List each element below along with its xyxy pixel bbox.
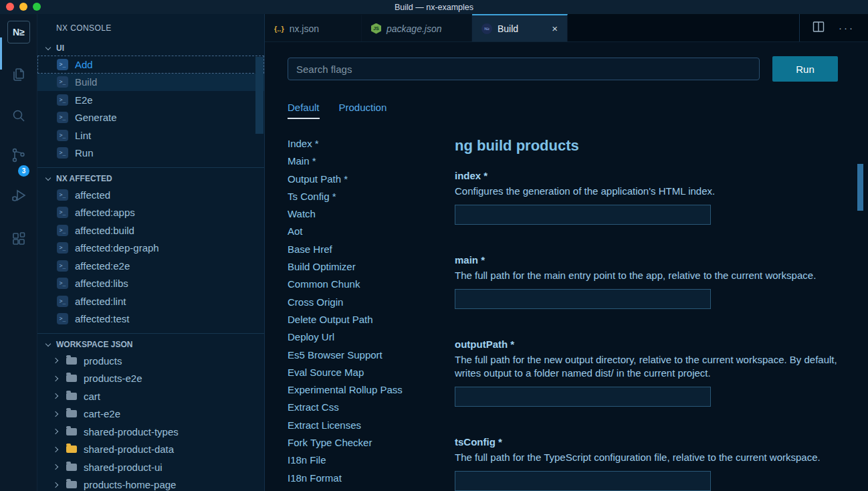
- item-label: Generate: [75, 112, 117, 123]
- flag-item[interactable]: Output Path *: [288, 171, 455, 188]
- section-header[interactable]: WORKSPACE JSON: [37, 337, 264, 352]
- sidebar-item-lint[interactable]: >_Lint: [37, 126, 264, 144]
- titlebar: Build — nx-examples: [0, 0, 868, 14]
- flag-item[interactable]: Watch: [288, 205, 455, 223]
- command-title: ng build products: [455, 136, 856, 155]
- flag-item[interactable]: Aot: [288, 223, 455, 240]
- section-header[interactable]: UI: [37, 41, 264, 56]
- flag-item[interactable]: Index *: [288, 135, 455, 153]
- sidebar-item-generate[interactable]: >_Generate: [37, 109, 264, 127]
- minimize-window-button[interactable]: [19, 3, 27, 11]
- flag-item[interactable]: Ts Config *: [288, 188, 455, 205]
- folder-icon: [66, 481, 77, 488]
- chevron-down-icon: [45, 175, 51, 180]
- sidebar-item-cart[interactable]: cart: [37, 387, 264, 405]
- chevron-right-icon: [53, 376, 58, 381]
- sidebar-item-affected-apps[interactable]: >_affected:apps: [37, 204, 264, 222]
- editor-tab-bar: {..}nx.jsonJSpackage.jsonN≥Build× ···: [265, 14, 868, 42]
- traffic-lights: [6, 3, 41, 11]
- flag-item[interactable]: Experimental Rollup Pass: [288, 381, 455, 399]
- command-icon: >_: [57, 112, 68, 123]
- sidebar-item-affected-test[interactable]: >_affected:test: [37, 310, 264, 328]
- field-description: The full path for the new output directo…: [455, 353, 856, 380]
- item-label: Run: [75, 147, 94, 159]
- activity-bar: N≥ 3: [0, 14, 37, 491]
- more-actions-icon[interactable]: ···: [839, 22, 855, 33]
- sidebar-scrollbar[interactable]: [255, 57, 263, 134]
- flag-item[interactable]: Delete Output Path: [288, 311, 455, 328]
- run-and-debug-icon[interactable]: [0, 182, 37, 209]
- sidebar-item-cart-e2e[interactable]: cart-e2e: [37, 405, 264, 423]
- flag-item[interactable]: Base Href: [288, 241, 455, 258]
- command-icon: >_: [57, 260, 68, 272]
- config-tab-default[interactable]: Default: [288, 102, 320, 119]
- sidebar-item-affected-e2e[interactable]: >_affected:e2e: [37, 257, 264, 275]
- explorer-icon[interactable]: [0, 61, 37, 88]
- sidebar-item-affected-dep-graph[interactable]: >_affected:dep-graph: [37, 239, 264, 258]
- section-header[interactable]: NX AFFECTED: [37, 171, 264, 186]
- flag-item[interactable]: Extract Licenses: [288, 417, 455, 434]
- tab-build[interactable]: N≥Build×: [472, 14, 568, 41]
- item-label: affected:e2e: [75, 260, 130, 272]
- sidebar-item-build[interactable]: >_Build: [37, 74, 264, 92]
- nx-console-activity-icon[interactable]: N≥: [7, 21, 30, 43]
- sidebar-item-affected-build[interactable]: >_affected:build: [37, 221, 264, 239]
- run-button[interactable]: Run: [772, 56, 838, 82]
- sidebar-item-affected-libs[interactable]: >_affected:libs: [37, 275, 264, 293]
- window-title: Build — nx-examples: [395, 3, 473, 12]
- flag-item[interactable]: I18n Format: [288, 470, 455, 487]
- flag-item[interactable]: Build Optimizer: [288, 258, 455, 276]
- flag-item[interactable]: Extract Css: [288, 399, 455, 416]
- chevron-right-icon: [53, 411, 58, 417]
- command-icon: >_: [57, 313, 68, 324]
- item-label: Add: [75, 59, 93, 70]
- command-icon: >_: [57, 242, 68, 254]
- sidebar-item-products[interactable]: products: [37, 352, 264, 370]
- flag-item[interactable]: Fork Type Checker: [288, 434, 455, 452]
- config-tab-production[interactable]: Production: [339, 102, 387, 119]
- extensions-icon[interactable]: [0, 225, 37, 252]
- chevron-right-icon: [53, 447, 58, 452]
- search-icon[interactable]: [0, 102, 37, 129]
- flag-item[interactable]: Deploy Url: [288, 328, 455, 346]
- editor-actions: ···: [799, 14, 868, 41]
- sidebar-item-affected[interactable]: >_affected: [37, 186, 264, 204]
- search-input[interactable]: [288, 58, 760, 80]
- sidebar-item-run[interactable]: >_Run: [37, 144, 264, 163]
- sidebar-item-shared-product-types[interactable]: shared-product-types: [37, 423, 264, 441]
- tab-package-json[interactable]: JSpackage.json: [362, 14, 472, 41]
- split-editor-icon[interactable]: [812, 20, 825, 36]
- field-input[interactable]: [455, 471, 711, 491]
- command-icon: >_: [57, 225, 68, 236]
- item-label: products: [84, 355, 122, 367]
- flag-item[interactable]: Common Chunk: [288, 276, 455, 293]
- chevron-right-icon: [53, 482, 58, 488]
- nx-build-icon: N≥: [481, 23, 492, 34]
- item-label: E2e: [75, 94, 93, 106]
- field-input[interactable]: [455, 289, 711, 309]
- flag-item[interactable]: Eval Source Map: [288, 364, 455, 381]
- sidebar-item-affected-lint[interactable]: >_affected:lint: [37, 292, 264, 310]
- zoom-window-button[interactable]: [33, 3, 41, 11]
- source-control-icon[interactable]: [0, 142, 37, 169]
- chevron-right-icon: [53, 393, 58, 399]
- field-input[interactable]: [455, 387, 711, 407]
- tab-nx-json[interactable]: {..}nx.json: [265, 14, 362, 41]
- flag-item[interactable]: I18n File: [288, 452, 455, 469]
- sidebar-item-e2e[interactable]: >_E2e: [37, 91, 264, 109]
- flag-item[interactable]: Cross Origin: [288, 294, 455, 311]
- sidebar-item-products-home-page[interactable]: products-home-page: [37, 476, 264, 491]
- close-icon[interactable]: ×: [552, 23, 558, 34]
- folder-icon: [66, 428, 77, 435]
- editor-scrollbar[interactable]: [857, 164, 863, 211]
- sidebar-item-products-e2e[interactable]: products-e2e: [37, 370, 264, 388]
- flag-item[interactable]: Main *: [288, 153, 455, 170]
- form-field-outputpath: outputPath *The full path for the new ou…: [455, 338, 856, 407]
- sidebar-item-shared-product-ui[interactable]: shared-product-ui: [37, 458, 264, 476]
- form-field-main: main *The full path for the main entry p…: [455, 254, 856, 309]
- sidebar-item-shared-product-data[interactable]: shared-product-data: [37, 441, 264, 459]
- flag-item[interactable]: Es5 Browser Support: [288, 347, 455, 364]
- sidebar-item-add[interactable]: >_Add: [37, 56, 264, 74]
- close-window-button[interactable]: [6, 3, 14, 11]
- field-input[interactable]: [455, 205, 711, 225]
